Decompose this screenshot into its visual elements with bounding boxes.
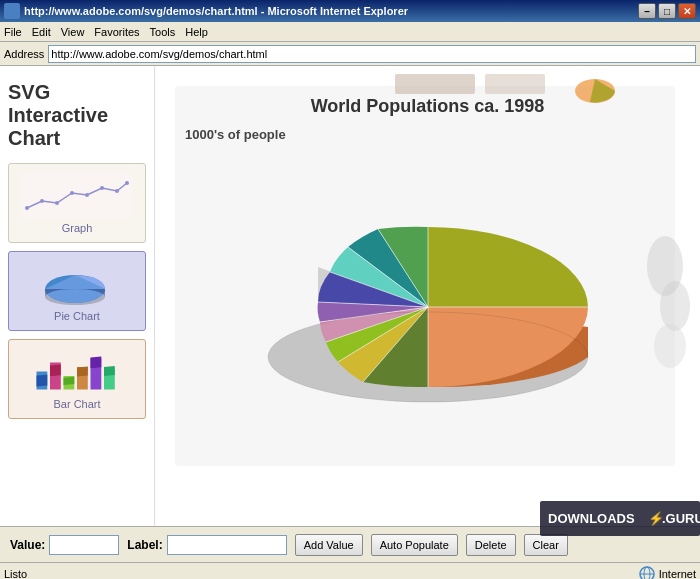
maximize-button[interactable]: □ — [658, 3, 676, 19]
label-label: Label: — [127, 538, 162, 552]
status-text: Listo — [4, 568, 27, 580]
svg-rect-26 — [485, 74, 545, 94]
svg-rect-21 — [91, 356, 102, 368]
address-input[interactable] — [48, 45, 696, 63]
pie-label: Pie Chart — [54, 310, 100, 322]
close-button[interactable]: ✕ — [678, 3, 696, 19]
menu-help[interactable]: Help — [185, 26, 208, 38]
chart-area: World Populations ca. 1998 1000's of peo… — [155, 66, 700, 526]
value-label: Value: — [10, 538, 45, 552]
sidebar-title: SVG Interactive Chart — [8, 76, 146, 155]
address-label: Address — [4, 48, 44, 60]
bar-label: Bar Chart — [53, 398, 100, 410]
auto-populate-button[interactable]: Auto Populate — [371, 534, 458, 556]
address-bar: Address — [0, 42, 700, 66]
delete-button[interactable]: Delete — [466, 534, 516, 556]
svg-point-45 — [644, 567, 650, 580]
add-value-button[interactable]: Add Value — [295, 534, 363, 556]
chart-title: World Populations ca. 1998 — [311, 96, 545, 117]
graph-preview-svg — [22, 173, 132, 218]
value-input[interactable] — [49, 535, 119, 555]
minimize-button[interactable]: – — [638, 3, 656, 19]
svg-rect-23 — [104, 366, 115, 376]
bar-preview-svg — [27, 349, 127, 394]
graph-label: Graph — [62, 222, 93, 234]
menu-file[interactable]: File — [4, 26, 22, 38]
graph-thumbnail[interactable]: Graph — [8, 163, 146, 243]
title-bar-buttons[interactable]: – □ ✕ — [638, 3, 696, 19]
status-right: Internet — [639, 566, 696, 580]
menu-edit[interactable]: Edit — [32, 26, 51, 38]
svg-rect-19 — [77, 366, 88, 376]
pie-preview-svg — [37, 261, 117, 306]
svg-point-44 — [640, 567, 654, 580]
svg-point-29 — [654, 324, 686, 368]
pie-thumbnail[interactable]: Pie Chart — [8, 251, 146, 331]
internet-label: Internet — [659, 568, 696, 580]
ie-icon — [4, 3, 20, 19]
svg-rect-15 — [50, 364, 61, 376]
title-bar-left: http://www.adobe.com/svg/demos/chart.htm… — [4, 3, 408, 19]
internet-icon — [639, 566, 655, 580]
bottom-bar: Value: Label: Add Value Auto Populate De… — [0, 526, 700, 562]
svg-rect-9 — [22, 173, 132, 218]
title-bar-text: http://www.adobe.com/svg/demos/chart.htm… — [24, 5, 408, 17]
clear-button[interactable]: Clear — [524, 534, 568, 556]
status-bar: Listo Internet — [0, 562, 700, 579]
sidebar: SVG Interactive Chart Graph — [0, 66, 155, 526]
svg-rect-13 — [37, 374, 48, 386]
menu-favorites[interactable]: Favorites — [94, 26, 139, 38]
svg-rect-17 — [64, 376, 75, 384]
value-field: Value: — [10, 535, 119, 555]
menu-view[interactable]: View — [61, 26, 85, 38]
menu-bar: File Edit View Favorites Tools Help — [0, 22, 700, 42]
status-left: Listo — [4, 568, 27, 580]
svg-point-28 — [660, 281, 690, 331]
svg-rect-25 — [395, 74, 475, 94]
svg-point-30 — [575, 79, 615, 103]
pie-chart-container — [218, 147, 638, 430]
svg-point-27 — [647, 236, 683, 296]
main-content: SVG Interactive Chart Graph — [0, 66, 700, 526]
label-field: Label: — [127, 535, 286, 555]
title-bar: http://www.adobe.com/svg/demos/chart.htm… — [0, 0, 700, 22]
bar-thumbnail[interactable]: Bar Chart — [8, 339, 146, 419]
chart-subtitle: 1000's of people — [165, 127, 690, 142]
label-input[interactable] — [167, 535, 287, 555]
pie-chart-svg — [218, 147, 638, 427]
menu-tools[interactable]: Tools — [150, 26, 176, 38]
